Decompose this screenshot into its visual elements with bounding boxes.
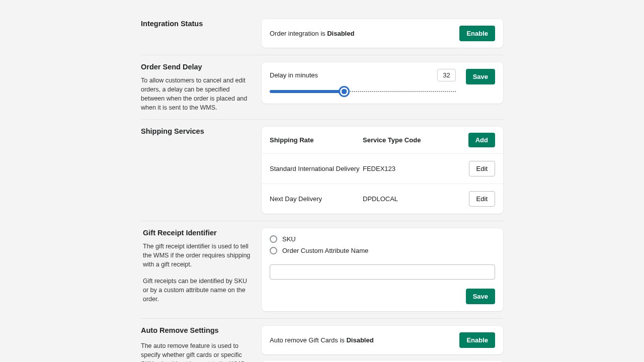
delay-value[interactable]: 32	[437, 69, 455, 81]
integration-status-title: Integration Status	[141, 19, 254, 29]
shipping-edit-button[interactable]: Edit	[469, 161, 495, 176]
gift-save-button[interactable]: Save	[466, 289, 495, 304]
gift-option-attr-label: Order Custom Attribute Name	[282, 247, 368, 254]
delay-slider[interactable]	[270, 87, 456, 96]
delay-label: Delay in minutes	[270, 71, 318, 79]
delay-save-button[interactable]: Save	[466, 69, 495, 84]
integration-status-card: Order integration is Disabled Enable	[262, 19, 503, 48]
gift-option-attr[interactable]: Order Custom Attribute Name	[270, 247, 495, 254]
shipping-edit-button[interactable]: Edit	[469, 191, 495, 207]
gift-desc2: Gift receipts can be identified by SKU o…	[143, 277, 254, 304]
order-delay-title: Order Send Delay	[141, 62, 254, 72]
auto-remove-desc1: The auto remove feature is used to speci…	[141, 341, 254, 362]
integration-status-value: Disabled	[327, 30, 354, 37]
shipping-col-code: Service Type Code	[363, 136, 465, 144]
shipping-rate: Next Day Delivery	[270, 195, 363, 203]
radio-icon	[270, 235, 277, 243]
auto-remove-status-prefix: Auto remove Gift Cards is	[270, 336, 346, 344]
shipping-code: FEDEX123	[363, 165, 465, 172]
auto-remove-status-card: Auto remove Gift Cards is Disabled Enabl…	[262, 326, 503, 354]
gift-identifier-input[interactable]	[270, 264, 495, 280]
integration-status-prefix: Order integration is	[270, 30, 327, 37]
gift-desc1: The gift receipt identifier is used to t…	[143, 242, 254, 269]
shipping-add-button[interactable]: Add	[468, 133, 495, 147]
integration-status-text: Order integration is Disabled	[270, 30, 354, 37]
shipping-card: Shipping Rate Service Type Code Add Stan…	[262, 127, 503, 214]
enable-integration-button[interactable]: Enable	[459, 26, 495, 41]
shipping-code: DPDLOCAL	[363, 195, 465, 203]
auto-remove-title: Auto Remove Settings	[141, 326, 254, 335]
shipping-rate: Standard International Delivery	[270, 165, 363, 172]
order-delay-card: Delay in minutes 32 Save	[262, 62, 503, 104]
order-delay-desc: To allow customers to cancel and edit or…	[141, 76, 254, 113]
auto-remove-status-text: Auto remove Gift Cards is Disabled	[270, 336, 374, 344]
shipping-col-rate: Shipping Rate	[270, 136, 363, 144]
slider-thumb[interactable]	[339, 86, 350, 97]
auto-remove-enable-button[interactable]: Enable	[459, 332, 495, 348]
table-row: Next Day Delivery DPDLOCAL Edit	[262, 184, 503, 214]
shipping-title: Shipping Services	[141, 127, 254, 136]
gift-option-sku[interactable]: SKU	[270, 235, 495, 243]
gift-title: Gift Receipt Identifier	[143, 228, 254, 238]
gift-option-sku-label: SKU	[282, 235, 296, 243]
radio-icon	[270, 247, 277, 254]
table-row: Standard International Delivery FEDEX123…	[262, 154, 503, 184]
auto-remove-status-value: Disabled	[346, 336, 373, 344]
gift-card: SKU Order Custom Attribute Name Save	[262, 228, 503, 311]
